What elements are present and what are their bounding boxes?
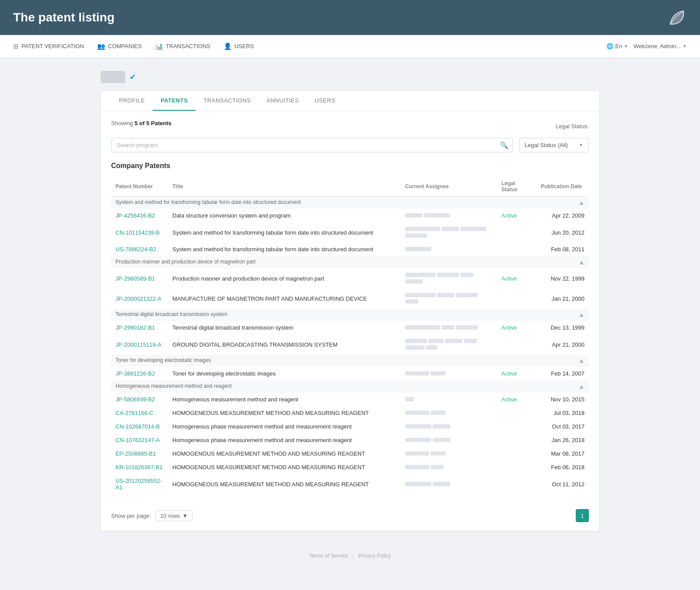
patent-title: HOMOGENOUS MEASUREMENT METHOD AND MEASUR…: [168, 460, 401, 474]
group-title: Production manner and production device …: [111, 256, 589, 268]
tab-patents[interactable]: PATENTS: [153, 91, 196, 111]
table-group-row: Homogeneous measurement method and reage…: [111, 380, 589, 393]
publication-date: Jun 20, 2012: [536, 222, 589, 242]
patent-link[interactable]: CN-102687014-B: [116, 423, 160, 430]
patent-title: HOMOGENEOUS MEASUREMENT METHOD AND MEASU…: [168, 406, 401, 420]
publication-date: Oct 03, 2017: [536, 420, 589, 433]
patent-title: Toner for developing electrostatic image…: [168, 367, 401, 380]
search-input[interactable]: [111, 138, 513, 152]
table-row: JP-2000021322-A MANUFACTURE OF MAGNETRON…: [111, 288, 589, 309]
col-header-date: Publication Date: [536, 177, 589, 197]
tab-annuities[interactable]: ANNUITIES: [259, 91, 307, 111]
patent-link[interactable]: US-20120258552-A1: [116, 478, 162, 491]
tab-users[interactable]: USERS: [307, 91, 343, 111]
assignee-cell: [401, 268, 497, 288]
expand-icon[interactable]: ▲: [578, 357, 584, 364]
group-title: Terrestrial digital broadcast transmissi…: [111, 309, 589, 321]
assignee-bar: [437, 293, 455, 297]
patent-link[interactable]: JP-4256416-B2: [116, 212, 155, 219]
tab-transactions[interactable]: TRANSACTIONS: [196, 91, 259, 111]
nav-transactions[interactable]: 📊 TRANSACTIONS: [155, 41, 210, 52]
publication-date: Nov 22, 1999: [536, 268, 589, 288]
patent-link[interactable]: CN-101154239-B: [116, 229, 160, 236]
assignee-bar: [433, 482, 450, 486]
patent-link[interactable]: JP-2980589-B1: [116, 275, 155, 282]
expand-icon[interactable]: ▲: [578, 383, 584, 390]
patent-link[interactable]: US-7886224-B2: [116, 246, 156, 253]
assignee-bar: [405, 411, 429, 415]
assignee-cell: [401, 420, 497, 433]
table-group-row: System and method for transforming tabul…: [111, 197, 589, 209]
assignee-cell: [401, 460, 497, 474]
assignee-bar: [405, 273, 436, 277]
table-group-row: Production manner and production device …: [111, 256, 589, 268]
legal-status-select[interactable]: Legal Status (All) ▼: [519, 138, 589, 152]
assignee-cell: [401, 321, 497, 334]
footer: Terms of Service | Privacy Policy: [0, 544, 700, 568]
expand-icon[interactable]: ▲: [578, 199, 584, 206]
assignee-cell: [401, 222, 497, 242]
assignee-bar: [430, 411, 446, 415]
company-header: ✔: [101, 71, 599, 83]
group-title: System and method for transforming tabul…: [111, 197, 589, 209]
table-row: KR-101826367-B1 HOMOGENOUS MEASUREMENT M…: [111, 460, 589, 474]
patent-link[interactable]: EP-2508885-B1: [116, 450, 156, 457]
col-header-title: Title: [168, 177, 401, 197]
privacy-link[interactable]: Privacy Policy: [358, 553, 391, 559]
group-title: Toner for developing electrostatic image…: [111, 355, 589, 367]
assignee-cell: [401, 393, 497, 406]
table-row: JP-2980589-B1 Production manner and prod…: [111, 268, 589, 288]
patent-link[interactable]: JP-2990182-B1: [116, 324, 155, 331]
language-selector[interactable]: 🌐 En ▼: [606, 43, 628, 49]
patent-title: HOMOGENEOUS MEASUREMENT METHOD AND MEASU…: [168, 474, 401, 494]
patent-number: US-20120258552-A1: [111, 474, 168, 494]
page-1-button[interactable]: 1: [576, 509, 589, 522]
patent-link[interactable]: JP-5806939-B2: [116, 396, 155, 403]
assignee-bar: [405, 233, 427, 238]
chart-icon: 📊: [155, 42, 163, 50]
patent-link[interactable]: JP-3881226-B2: [116, 370, 155, 377]
patent-link[interactable]: CN-107632147-A: [116, 437, 160, 443]
publication-date: Feb 06, 2018: [536, 460, 589, 474]
expand-icon[interactable]: ▲: [578, 311, 584, 318]
rows-select[interactable]: 10 rows ▼: [155, 510, 192, 521]
page-title: The patent listing: [13, 11, 115, 25]
assignee-bar: [405, 371, 429, 376]
patent-number: JP-3881226-B2: [111, 367, 168, 380]
publication-date: Apr 21, 2000: [536, 334, 589, 355]
terms-link[interactable]: Terms of Service: [309, 553, 348, 559]
patent-title: Terrestrial digital broadcast transmissi…: [168, 321, 401, 334]
assignee-bar: [405, 397, 414, 401]
assignee-bar: [433, 438, 450, 442]
publication-date: Mar 08, 2017: [536, 447, 589, 460]
expand-icon[interactable]: ▲: [578, 259, 584, 266]
patent-number: JP-2000115119-A: [111, 334, 168, 355]
assignee-bar: [428, 339, 444, 343]
nav-companies[interactable]: 👥 COMPANIES: [97, 41, 142, 52]
publication-date: Oct 11, 2012: [536, 474, 589, 494]
patent-number: EP-2508885-B1: [111, 447, 168, 460]
patent-title: System and method for transforming tabul…: [168, 222, 401, 242]
legal-status-cell: [497, 474, 536, 494]
publication-date: Apr 22, 2009: [536, 209, 589, 222]
legal-status-cell: Active: [497, 321, 536, 334]
show-per-page: Show per page: 10 rows ▼: [111, 510, 192, 521]
patent-link[interactable]: KR-101826367-B1: [116, 464, 163, 471]
globe-icon: 🌐: [606, 43, 613, 49]
table-row: JP-2000115119-A GROUND DIGITAL BROADCAST…: [111, 334, 589, 355]
tab-profile[interactable]: PROFILE: [111, 91, 153, 111]
nav-users[interactable]: 👤 USERS: [224, 41, 254, 52]
status-badge: Active: [501, 324, 517, 331]
patent-link[interactable]: JP-2000115119-A: [116, 341, 161, 348]
patent-number: CN-107632147-A: [111, 433, 168, 447]
patent-number: CN-102687014-B: [111, 420, 168, 433]
legal-status-cell: [497, 433, 536, 447]
user-menu[interactable]: Welcome, Admin... ▼: [634, 43, 687, 49]
nav-patent-verification[interactable]: ⊞ PATENT VERIFICATION: [13, 41, 84, 52]
legal-status-cell: [497, 288, 536, 309]
patent-link[interactable]: CA-2781166-C: [116, 410, 154, 416]
chevron-down-icon: ▼: [682, 44, 687, 49]
filter-row: 🔍 Legal Status (All) ▼: [111, 138, 589, 152]
patent-number: US-7886224-B2: [111, 242, 168, 256]
patent-link[interactable]: JP-2000021322-A: [116, 295, 161, 302]
